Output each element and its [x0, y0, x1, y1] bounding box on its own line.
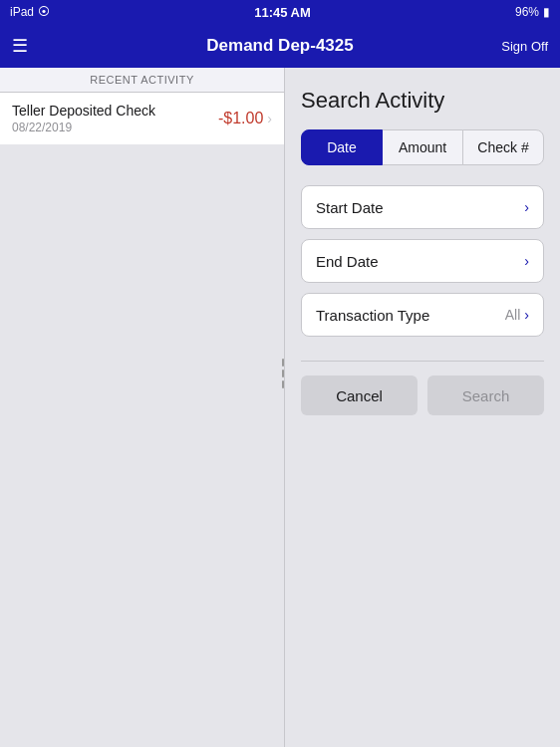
handle-line-3: [282, 380, 284, 388]
right-panel: Search Activity Date Amount Check # Star…: [285, 68, 560, 747]
transaction-date: 08/22/2019: [12, 121, 155, 134]
recent-activity-header: RECENT ACTIVITY: [0, 68, 284, 93]
search-activity-title: Search Activity: [301, 88, 544, 114]
handle-line-2: [282, 370, 284, 377]
transaction-type-label: Transaction Type: [316, 307, 429, 324]
transaction-type-chevron-icon: ›: [524, 307, 529, 323]
wifi-icon: ⦿: [38, 5, 50, 19]
handle-line-1: [282, 359, 284, 367]
transaction-type-value: All: [505, 307, 521, 323]
start-date-field[interactable]: Start Date ›: [301, 185, 544, 229]
battery-icon: ▮: [543, 5, 550, 19]
nav-bar: ☰ Demand Dep-4325 Sign Off: [0, 24, 560, 68]
start-date-label: Start Date: [316, 199, 384, 216]
device-name: iPad: [10, 5, 34, 19]
search-button[interactable]: Search: [427, 375, 544, 415]
transaction-name: Teller Deposited Check: [12, 103, 155, 119]
menu-icon[interactable]: ☰: [12, 35, 42, 57]
status-bar: iPad ⦿ 11:45 AM 96% ▮: [0, 0, 560, 24]
chevron-right-icon: ›: [267, 111, 272, 126]
transaction-details: Teller Deposited Check 08/22/2019: [12, 103, 155, 134]
status-left: iPad ⦿: [10, 5, 50, 19]
cancel-button[interactable]: Cancel: [301, 375, 418, 415]
sort-amount-button[interactable]: Amount: [382, 129, 463, 165]
sort-check-button[interactable]: Check #: [462, 129, 544, 165]
nav-title: Demand Dep-4325: [206, 36, 353, 56]
main-layout: RECENT ACTIVITY Teller Deposited Check 0…: [0, 68, 560, 747]
sort-date-button[interactable]: Date: [301, 129, 383, 165]
sort-buttons: Date Amount Check #: [301, 129, 544, 165]
divider-handle[interactable]: [279, 354, 287, 393]
left-panel: RECENT ACTIVITY Teller Deposited Check 0…: [0, 68, 285, 747]
transaction-type-value-container: All ›: [505, 307, 529, 323]
start-date-chevron-icon: ›: [524, 199, 529, 215]
end-date-chevron: ›: [524, 253, 529, 269]
transaction-type-field[interactable]: Transaction Type All ›: [301, 293, 544, 337]
end-date-label: End Date: [316, 253, 379, 270]
end-date-field[interactable]: End Date ›: [301, 239, 544, 283]
divider-line: [301, 361, 544, 362]
battery-level: 96%: [515, 5, 539, 19]
action-buttons: Cancel Search: [301, 375, 544, 415]
end-date-chevron-icon: ›: [524, 253, 529, 269]
transaction-right: -$1.00 ›: [218, 110, 272, 127]
status-right: 96% ▮: [515, 5, 550, 19]
transaction-item[interactable]: Teller Deposited Check 08/22/2019 -$1.00…: [0, 93, 284, 145]
transaction-amount: -$1.00: [218, 110, 263, 127]
status-time: 11:45 AM: [254, 5, 311, 20]
sign-off-button[interactable]: Sign Off: [501, 39, 548, 54]
start-date-chevron: ›: [524, 199, 529, 215]
